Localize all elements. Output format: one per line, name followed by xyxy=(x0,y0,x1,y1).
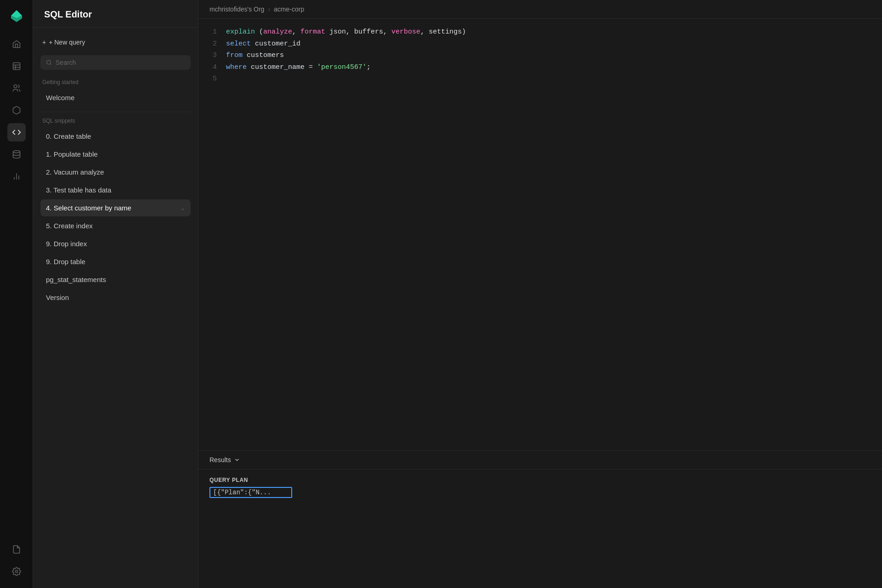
chevron-down-icon: ⌄ xyxy=(181,205,185,211)
icon-sidebar xyxy=(0,0,33,588)
settings-icon[interactable] xyxy=(7,562,26,581)
breadcrumb-separator: › xyxy=(268,6,270,13)
svg-point-8 xyxy=(13,151,20,153)
search-input[interactable] xyxy=(56,59,185,66)
results-label: Results xyxy=(209,456,231,464)
query-plan-header: QUERY PLAN xyxy=(209,477,292,483)
sidebar-item-create-table[interactable]: 0. Create table xyxy=(40,128,191,145)
results-body: QUERY PLAN [{"Plan":{"N... xyxy=(198,469,882,588)
code-line-1: 1 explain (analyze, format json, buffers… xyxy=(209,26,871,38)
breadcrumb-project: acme-corp xyxy=(274,6,304,13)
new-query-button[interactable]: + + New query xyxy=(40,35,191,50)
sidebar-item-drop-index[interactable]: 9. Drop index xyxy=(40,235,191,252)
sidebar-item-create-index[interactable]: 5. Create index xyxy=(40,217,191,234)
divider xyxy=(40,112,191,112)
code-line-4: 4 where customer_name = 'person4567'; xyxy=(209,62,871,74)
breadcrumb-org: mchristofides's Org xyxy=(209,6,264,13)
left-panel-body: + + New query Getting started Welcome SQ… xyxy=(33,28,198,588)
breadcrumb: mchristofides's Org › acme-corp xyxy=(198,0,882,19)
sidebar-item-select-customer[interactable]: 4. Select customer by name ⌄ xyxy=(40,199,191,216)
results-header: Results xyxy=(198,451,882,469)
plus-icon: + xyxy=(42,39,46,46)
chevron-down-icon xyxy=(234,457,240,463)
main-content: mchristofides's Org › acme-corp 1 explai… xyxy=(198,0,882,588)
results-panel: Results QUERY PLAN [{"Plan":{"N... xyxy=(198,450,882,588)
app-logo[interactable] xyxy=(8,7,25,24)
sidebar-item-pg-stat[interactable]: pg_stat_statements xyxy=(40,271,191,288)
left-panel-header: SQL Editor xyxy=(33,0,198,28)
sql-editor-icon[interactable] xyxy=(7,123,26,141)
search-icon xyxy=(46,59,52,66)
sidebar-item-populate-table[interactable]: 1. Populate table xyxy=(40,146,191,163)
left-panel: SQL Editor + + New query Getting started… xyxy=(33,0,198,588)
svg-point-12 xyxy=(15,571,17,573)
database-icon[interactable] xyxy=(7,145,26,164)
code-editor[interactable]: 1 explain (analyze, format json, buffers… xyxy=(198,19,882,450)
chart-icon[interactable] xyxy=(7,167,26,186)
app-title: SQL Editor xyxy=(44,9,187,20)
svg-point-7 xyxy=(14,85,17,88)
users-icon[interactable] xyxy=(7,79,26,97)
svg-rect-3 xyxy=(13,63,20,70)
sidebar-item-test-table[interactable]: 3. Test table has data xyxy=(40,181,191,198)
results-dropdown[interactable]: Results xyxy=(209,456,240,464)
code-line-5: 5 xyxy=(209,73,871,85)
sidebar-item-drop-table[interactable]: 9. Drop table xyxy=(40,253,191,270)
table-icon[interactable] xyxy=(7,57,26,75)
table-data-row: [{"Plan":{"N... xyxy=(209,487,871,498)
section-sql-snippets-label: SQL snippets xyxy=(40,118,191,124)
table-header-row: QUERY PLAN xyxy=(209,477,871,483)
sidebar-item-vacuum-analyze[interactable]: 2. Vacuum analyze xyxy=(40,164,191,181)
sidebar-item-version[interactable]: Version xyxy=(40,289,191,306)
svg-point-13 xyxy=(47,60,51,64)
svg-line-14 xyxy=(50,64,51,65)
sidebar-item-welcome[interactable]: Welcome xyxy=(40,89,191,106)
code-line-3: 3 from customers xyxy=(209,50,871,62)
home-icon[interactable] xyxy=(7,35,26,53)
document-icon[interactable] xyxy=(7,540,26,559)
code-line-2: 2 select customer_id xyxy=(209,38,871,50)
section-getting-started-label: Getting started xyxy=(40,79,191,85)
search-box xyxy=(40,55,191,70)
query-plan-cell[interactable]: [{"Plan":{"N... xyxy=(209,487,292,498)
box-icon[interactable] xyxy=(7,101,26,119)
